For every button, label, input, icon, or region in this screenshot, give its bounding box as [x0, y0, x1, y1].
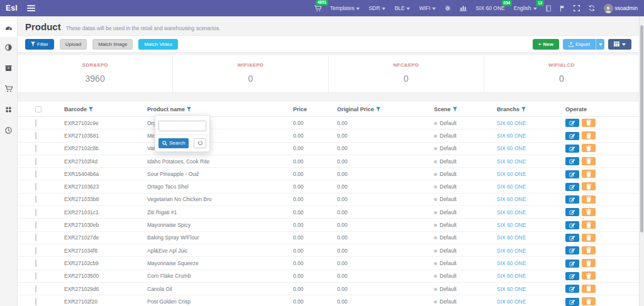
delete-button[interactable]	[582, 208, 596, 216]
row-checkbox[interactable]	[35, 170, 36, 178]
delete-button[interactable]	[582, 144, 596, 152]
edit-button[interactable]	[565, 285, 579, 293]
row-checkbox[interactable]	[35, 272, 36, 280]
branch-link[interactable]: SIX 60 ONE	[497, 171, 526, 177]
branch-link[interactable]: SIX 60 ONE	[497, 183, 526, 190]
row-checkbox[interactable]	[35, 285, 36, 293]
edit-button[interactable]	[565, 246, 579, 254]
edit-button[interactable]	[565, 260, 579, 268]
sidebar-item-dashboard[interactable]	[0, 16, 17, 37]
export-menu-button[interactable]	[596, 39, 604, 50]
sidebar-item-modules[interactable]	[0, 99, 17, 120]
row-checkbox[interactable]	[35, 234, 36, 241]
edit-button[interactable]	[565, 183, 579, 191]
match-video-button[interactable]: Match Video	[138, 39, 177, 50]
match-image-button[interactable]: Match Image	[92, 39, 133, 50]
nav-ble[interactable]: BLE	[394, 5, 410, 11]
filter-reset-button[interactable]	[194, 138, 206, 148]
filter-button[interactable]: Filter	[25, 39, 54, 50]
delete-button[interactable]	[582, 182, 596, 190]
delete-button[interactable]	[582, 221, 596, 229]
edit-button[interactable]	[565, 298, 579, 306]
edit-button[interactable]	[565, 221, 579, 229]
filter-icon[interactable]	[376, 107, 380, 112]
filter-icon[interactable]	[187, 107, 191, 112]
branch-link[interactable]: SIX 60 ONE	[497, 248, 526, 254]
edit-button[interactable]	[565, 234, 579, 242]
delete-button[interactable]	[582, 271, 596, 280]
row-checkbox[interactable]	[35, 158, 36, 165]
filter-icon[interactable]	[453, 107, 457, 112]
edit-button[interactable]	[565, 208, 579, 216]
delete-button[interactable]	[582, 119, 596, 127]
scrollbar-thumb[interactable]	[640, 25, 643, 232]
delete-button[interactable]	[582, 195, 596, 204]
filter-search-input[interactable]	[158, 121, 206, 131]
fullscreen-button[interactable]	[574, 5, 580, 11]
row-checkbox[interactable]	[35, 145, 36, 152]
store-selector[interactable]: SIX 60 ONE 054	[475, 5, 504, 11]
branch-link[interactable]: SIX 60 ONE	[497, 145, 526, 151]
sidebar-item-package[interactable]	[0, 58, 17, 79]
branch-link[interactable]: SIX 60 ONE	[497, 260, 526, 266]
cart-button[interactable]: 4851	[314, 5, 321, 12]
export-button[interactable]: Export	[563, 39, 596, 50]
filter-icon[interactable]	[89, 107, 93, 112]
delete-button[interactable]	[582, 259, 596, 267]
settings-button[interactable]	[445, 5, 451, 11]
edit-button[interactable]	[565, 170, 579, 178]
branch-link[interactable]: SIX 60 ONE	[497, 120, 526, 126]
edit-button[interactable]	[565, 145, 579, 153]
nav-templates[interactable]: Templates	[330, 5, 360, 11]
branch-link[interactable]: SIX 60 ONE	[497, 273, 526, 279]
branch-link[interactable]: SIX 60 ONE	[497, 209, 526, 216]
delete-button[interactable]	[582, 285, 596, 293]
delete-button[interactable]	[582, 234, 596, 242]
edit-button[interactable]	[565, 272, 579, 280]
flag-button[interactable]	[560, 5, 565, 12]
row-checkbox[interactable]	[35, 298, 36, 305]
branch-link[interactable]: SIX 60 ONE	[497, 222, 526, 228]
row-checkbox[interactable]	[35, 119, 36, 127]
refresh-button[interactable]	[589, 5, 595, 11]
row-checkbox[interactable]	[35, 132, 36, 139]
delete-button[interactable]	[582, 131, 596, 139]
sidebar-item-cart-side[interactable]	[0, 79, 17, 99]
delete-button[interactable]	[582, 246, 596, 254]
new-button[interactable]: + New	[533, 39, 559, 50]
row-checkbox[interactable]	[35, 183, 36, 190]
branch-link[interactable]: SIX 60 ONE	[497, 158, 526, 165]
delete-button[interactable]	[582, 170, 596, 178]
edit-button[interactable]	[565, 119, 579, 127]
delete-button[interactable]	[582, 157, 596, 165]
select-all-checkbox[interactable]	[35, 106, 42, 112]
edit-button[interactable]	[565, 132, 579, 140]
upload-button[interactable]: Upload	[60, 39, 87, 50]
branch-link[interactable]: SIX 60 ONE	[497, 196, 526, 202]
vertical-scrollbar[interactable]	[639, 16, 644, 306]
row-checkbox[interactable]	[35, 247, 36, 254]
statistics-button[interactable]	[460, 5, 467, 11]
user-menu[interactable]: ssoadmin	[604, 4, 638, 13]
sidebar-item-contrast[interactable]	[0, 37, 17, 58]
nav-sdr[interactable]: SDR	[369, 5, 386, 11]
branch-link[interactable]: SIX 60 ONE	[497, 286, 526, 292]
columns-button[interactable]	[608, 39, 631, 50]
branch-link[interactable]: SIX 60 ONE	[497, 298, 526, 305]
docs-button[interactable]	[546, 5, 551, 12]
sidebar-item-clock[interactable]	[0, 120, 17, 141]
delete-button[interactable]	[582, 297, 596, 305]
filter-search-button[interactable]: Search	[158, 138, 189, 148]
nav-wifi[interactable]: WIFI	[419, 5, 436, 11]
branch-link[interactable]: SIX 60 ONE	[497, 133, 526, 139]
filter-icon[interactable]	[521, 107, 526, 112]
row-checkbox[interactable]	[35, 209, 36, 216]
row-checkbox[interactable]	[35, 260, 36, 267]
hamburger-menu-icon[interactable]	[27, 5, 35, 11]
row-checkbox[interactable]	[35, 221, 36, 229]
edit-button[interactable]	[565, 157, 579, 165]
language-selector[interactable]: English 13	[514, 5, 537, 11]
branch-link[interactable]: SIX 60 ONE	[497, 234, 526, 241]
row-checkbox[interactable]	[35, 195, 36, 203]
edit-button[interactable]	[565, 195, 579, 204]
